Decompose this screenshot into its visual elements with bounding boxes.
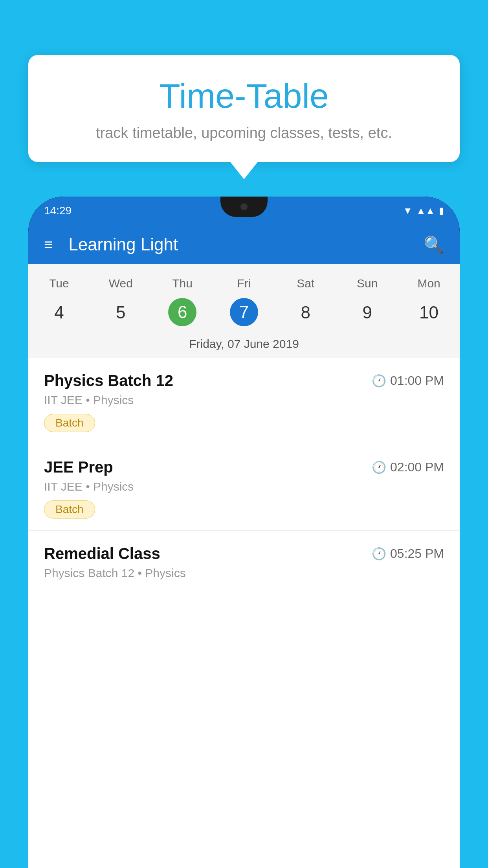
phone-inner: 14:29 ▼ ▲▲ ▮ ≡ Learning Light 🔍 Tue Wed (28, 197, 460, 868)
signal-icon: ▲▲ (416, 205, 435, 216)
day-name-wed: Wed (90, 272, 152, 295)
day-num-10[interactable]: 10 (398, 298, 460, 327)
tooltip-subtitle: track timetable, upcoming classes, tests… (52, 125, 436, 142)
day-name-thu: Thu (152, 272, 213, 295)
app-bar: ≡ Learning Light 🔍 (28, 225, 460, 264)
class-item-remedial[interactable]: Remedial Class 🕐 05:25 PM Physics Batch … (28, 531, 460, 595)
class-name-2: JEE Prep (44, 458, 113, 476)
screen-content: Tue Wed Thu Fri Sat Sun Mon 4 5 6 7 8 9 … (28, 264, 460, 868)
notch (220, 197, 268, 217)
class-row-3: Remedial Class 🕐 05:25 PM (44, 545, 444, 563)
class-name-1: Physics Batch 12 (44, 372, 173, 390)
day-num-8[interactable]: 8 (275, 298, 336, 327)
status-time: 14:29 (44, 204, 72, 217)
day-num-5[interactable]: 5 (90, 298, 152, 327)
status-bar: 14:29 ▼ ▲▲ ▮ (28, 197, 460, 225)
camera-dot (240, 203, 248, 210)
wifi-icon: ▼ (403, 205, 413, 216)
day-name-sat: Sat (275, 272, 336, 295)
day-num-7-selected[interactable]: 7 (230, 298, 258, 326)
class-row-1: Physics Batch 12 🕐 01:00 PM (44, 372, 444, 390)
calendar-strip: Tue Wed Thu Fri Sat Sun Mon 4 5 6 7 8 9 … (28, 264, 460, 358)
clock-icon-1: 🕐 (372, 374, 386, 388)
class-meta-1: IIT JEE • Physics (44, 394, 444, 407)
batch-badge-2: Batch (44, 500, 95, 519)
day-name-fri: Fri (213, 272, 275, 295)
class-item-jee-prep[interactable]: JEE Prep 🕐 02:00 PM IIT JEE • Physics Ba… (28, 444, 460, 531)
class-time-3: 🕐 05:25 PM (372, 546, 444, 561)
status-icons: ▼ ▲▲ ▮ (403, 205, 444, 216)
menu-icon[interactable]: ≡ (44, 236, 53, 253)
clock-icon-3: 🕐 (372, 547, 386, 561)
day-names-row: Tue Wed Thu Fri Sat Sun Mon (28, 272, 460, 295)
day-name-sun: Sun (336, 272, 398, 295)
phone-frame: 14:29 ▼ ▲▲ ▮ ≡ Learning Light 🔍 Tue Wed (28, 197, 460, 868)
day-num-4[interactable]: 4 (28, 298, 90, 327)
class-list: Physics Batch 12 🕐 01:00 PM IIT JEE • Ph… (28, 358, 460, 595)
class-meta-3: Physics Batch 12 • Physics (44, 566, 444, 580)
tooltip-title: Time-Table (52, 77, 436, 115)
battery-icon: ▮ (439, 205, 444, 216)
clock-icon-2: 🕐 (372, 460, 386, 474)
class-time-1: 🕐 01:00 PM (372, 373, 444, 388)
day-name-tue: Tue (28, 272, 90, 295)
class-name-3: Remedial Class (44, 545, 160, 563)
day-num-9[interactable]: 9 (336, 298, 398, 327)
batch-badge-1: Batch (44, 414, 95, 432)
day-numbers-row: 4 5 6 7 8 9 10 (28, 295, 460, 333)
class-time-2: 🕐 02:00 PM (372, 460, 444, 474)
class-meta-2: IIT JEE • Physics (44, 480, 444, 493)
day-num-6-today[interactable]: 6 (168, 298, 196, 326)
day-name-mon: Mon (398, 272, 460, 295)
tooltip-card: Time-Table track timetable, upcoming cla… (28, 55, 460, 162)
class-item-physics-batch[interactable]: Physics Batch 12 🕐 01:00 PM IIT JEE • Ph… (28, 358, 460, 444)
selected-date-label: Friday, 07 June 2019 (28, 333, 460, 358)
class-row-2: JEE Prep 🕐 02:00 PM (44, 458, 444, 476)
search-icon[interactable]: 🔍 (424, 235, 444, 254)
app-title: Learning Light (68, 235, 424, 254)
